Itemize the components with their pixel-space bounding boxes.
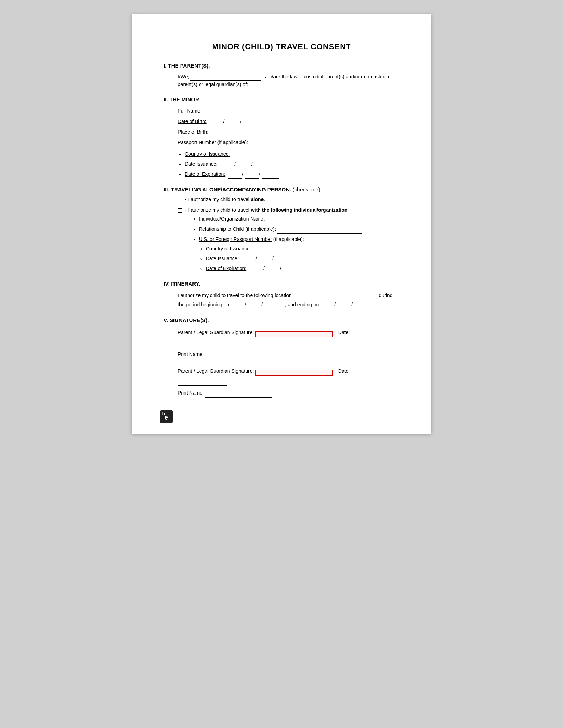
passport-bullet-list: Country of Issuance: Date Issuance: / / … [185,150,399,179]
watermark-icon: e [160,410,173,423]
org-expiry-day[interactable] [266,267,280,273]
sig2-row: Parent / Legal Guardian Signature: Date: [178,366,399,386]
issuance-year[interactable] [254,163,272,168]
section-minor: II. THE MINOR. Full Name: Date of Birth:… [164,96,399,179]
section1-heading: I. THE PARENT(S). [164,63,399,69]
org-expiry-month[interactable] [249,267,263,273]
section4-body: I authorize my child to travel to the fo… [178,291,399,309]
org-issuance-month[interactable] [241,257,255,263]
sig2-label: Parent / Legal Guardian Signature: [178,368,254,374]
org-issuance-label: Date Issuance: [206,256,239,261]
section2-heading: II. THE MINOR. [164,96,399,102]
section-itinerary: IV. ITINERARY. I authorize my child to t… [164,281,399,309]
expiry-day[interactable] [245,173,259,179]
relationship-suffix: (if applicable): [245,226,276,232]
begin-month[interactable] [230,304,245,309]
signature1-section: Parent / Legal Guardian Signature: Date:… [178,327,399,359]
passport-row: Passport Number (if applicable): [178,138,399,147]
sig1-label: Parent / Legal Guardian Signature: [178,330,254,335]
passport-field[interactable] [249,142,334,147]
section-signatures: V. SIGNATURE(S). Parent / Legal Guardian… [164,317,399,398]
section4-heading: IV. ITINERARY. [164,281,399,287]
indiv-org-item: Individual/Organization Name: [199,215,399,223]
signature2-section: Parent / Legal Guardian Signature: Date:… [178,366,399,398]
us-passport-field[interactable] [305,238,390,243]
indiv-org-label: Individual/Organization Name: [199,216,265,222]
relationship-label: Relationship to Child [199,226,244,232]
svg-text:e: e [165,414,168,421]
passport-suffix: (if applicable): [217,140,248,145]
section1-body: I/We, , am/are the lawful custodial pare… [178,73,399,89]
pob-field[interactable] [210,131,280,136]
dob-month[interactable] [209,120,223,126]
date-expiry-item: Date of Expiration: / / [185,170,399,179]
end-day[interactable] [337,304,351,309]
country-issuance-field[interactable] [231,153,316,158]
alone-checkbox[interactable] [178,198,182,202]
country-issuance-label: Country of Issuance: [185,151,230,157]
begin-day[interactable] [247,304,261,309]
issuance-month[interactable] [220,163,234,168]
parent-name-field[interactable] [190,75,261,81]
org-issuance-day[interactable] [258,257,272,263]
section3-body: - I authorize my child to travel alone. … [178,197,399,273]
print1-field[interactable] [205,353,272,359]
sig1-field[interactable] [255,331,333,337]
end-year[interactable] [354,304,373,309]
end-month[interactable] [320,304,334,309]
alone-text: - I authorize my child to travel alone. [185,197,265,202]
us-passport-suffix: (if applicable): [273,236,304,242]
sig2-date-field[interactable] [178,380,227,386]
date-expiry-label: Date of Expiration: [185,171,225,177]
org-country-label: Country of Issuance: [206,246,251,251]
passport-details: Country of Issuance: Date Issuance: / / … [178,150,399,179]
print2-field[interactable] [205,392,272,398]
issuance-day[interactable] [237,163,251,168]
dob-year[interactable] [243,120,260,126]
org-expiry-year[interactable] [283,267,301,273]
section-traveling: III. TRAVELING ALONE/ACCOMPANYING PERSON… [164,186,399,273]
section1-text: I/We, , am/are the lawful custodial pare… [178,73,399,89]
dob-row: Date of Birth: / / [178,117,399,126]
page-title: MINOR (CHILD) TRAVEL CONSENT [164,42,399,51]
date-issuance-label: Date Issuance: [185,161,217,167]
dob-day[interactable] [226,120,240,126]
section3-heading: III. TRAVELING ALONE/ACCOMPANYING PERSON… [164,186,399,192]
org-details: Individual/Organization Name: Relationsh… [192,215,399,273]
sig1-date-field[interactable] [178,341,227,347]
sig1-row: Parent / Legal Guardian Signature: Date: [178,327,399,347]
begin-year[interactable] [264,304,284,309]
section2-body: Full Name: Date of Birth: / / Place of B… [178,107,399,179]
org-issuance-year[interactable] [275,257,293,263]
us-passport-label: U.S. or Foreign Passport Number [199,236,272,242]
org-issuance-item: Date Issuance: / / [206,255,399,263]
section5-body: Parent / Legal Guardian Signature: Date:… [178,327,399,398]
full-name-field[interactable] [203,110,273,115]
us-passport-details: Country of Issuance: Date Issuance: / / … [206,245,399,273]
sig2-field[interactable] [255,370,333,376]
org-country-item: Country of Issuance: [206,245,399,253]
org-checkbox[interactable] [178,208,182,213]
org-country-field[interactable] [252,248,337,253]
relationship-item: Relationship to Child (if applicable): [199,225,399,234]
full-name-label: Full Name: [178,108,202,114]
relationship-field[interactable] [277,228,362,234]
expiry-year[interactable] [262,173,279,179]
org-text: - I authorize my child to travel with th… [185,207,349,213]
country-issuance-item: Country of Issuance: [185,150,399,159]
print2-row: Print Name: [178,388,399,398]
document-page: MINOR (CHILD) TRAVEL CONSENT I. THE PARE… [132,14,431,434]
org-expiry-item: Date of Expiration: / / [206,264,399,273]
us-passport-item: U.S. or Foreign Passport Number (if appl… [199,235,399,273]
org-expiry-label: Date of Expiration: [206,266,246,271]
organization-option: - I authorize my child to travel with th… [178,207,399,213]
print1-label: Print Name: [178,351,204,357]
location-field[interactable] [293,294,378,300]
expiry-month[interactable] [228,173,242,179]
dob-label: Date of Birth: [178,119,207,124]
sig2-date-label: Date: [338,368,350,374]
date-issuance-item: Date Issuance: / / [185,160,399,168]
section5-heading: V. SIGNATURE(S). [164,317,399,323]
indiv-org-field[interactable] [266,218,350,223]
itinerary-text: I authorize my child to travel to the fo… [178,291,399,309]
